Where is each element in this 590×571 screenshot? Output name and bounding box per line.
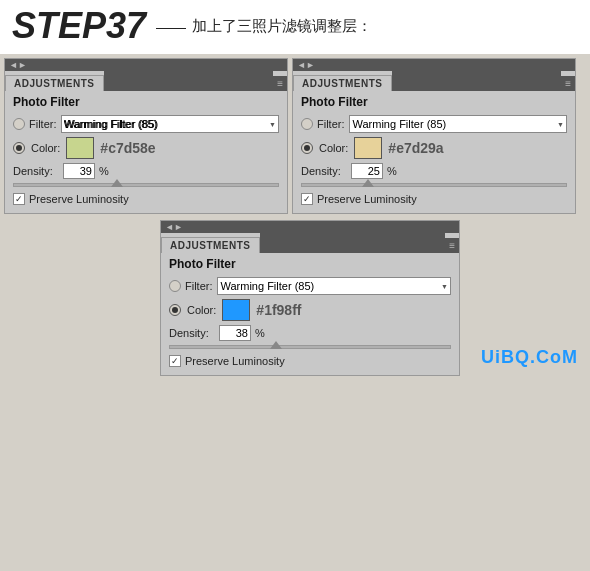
panel-2-filter-row: Filter: Warming Filter (85)	[301, 115, 567, 133]
panel-1-top-bar: ◄►	[5, 59, 287, 71]
panel-1-filter-select-wrapper: Warming Filter (85) Warming Filter (85)	[61, 115, 280, 133]
panel-1-slider-thumb[interactable]	[111, 179, 123, 187]
panel-2-slider-track[interactable]	[301, 183, 567, 187]
panel-2-menu-icon[interactable]: ≡	[561, 76, 575, 91]
bottom-panel: ◄► ADJUSTMENTS ≡ Photo Filter Filter: Wa…	[160, 220, 460, 376]
panel-1-filter-row: Filter: Warming Filter (85) Warming Filt…	[13, 115, 279, 133]
bottom-panel-color-radio[interactable]	[169, 304, 181, 316]
panel-2-preserve-row: ✓ Preserve Luminosity	[301, 193, 567, 205]
bottom-panel-slider-track[interactable]	[169, 345, 451, 349]
bottom-panel-preserve-row: ✓ Preserve Luminosity	[169, 355, 451, 367]
panel-1-slider-track[interactable]	[13, 183, 279, 187]
bottom-panel-percent: %	[255, 327, 265, 339]
panel-1-color-hex: #c7d58e	[100, 140, 155, 156]
panel-1-filter-label: Filter:	[29, 118, 57, 130]
bottom-panel-filter-radio[interactable]	[169, 280, 181, 292]
bottom-panel-density-row: Density: 38 %	[169, 325, 451, 341]
panel-2-preserve-checkbox[interactable]: ✓	[301, 193, 313, 205]
panel-2-density-label: Density:	[301, 165, 347, 177]
panels-row: ◄► ADJUSTMENTS ≡ Photo Filter Filter: Wa…	[0, 54, 590, 214]
panel-2-filter-select-wrapper: Warming Filter (85)	[349, 115, 568, 133]
step-number: STEP37	[12, 8, 146, 44]
bottom-panel-slider-row	[169, 343, 451, 353]
panel-2-top-bar: ◄►	[293, 59, 575, 71]
panel-2-percent: %	[387, 165, 397, 177]
bottom-panel-title: Photo Filter	[161, 253, 459, 273]
panel-1-filter-select[interactable]: Warming Filter (85)	[61, 115, 280, 133]
collapse-icon-1[interactable]: ◄►	[9, 60, 27, 70]
bottom-panel-preserve-label: Preserve Luminosity	[185, 355, 285, 367]
bottom-panel-density-input[interactable]: 38	[219, 325, 251, 341]
panel-1-slider-row	[13, 181, 279, 191]
panel-2-filter-select[interactable]	[349, 115, 568, 133]
panel-2-color-row: Color: #e7d29a	[301, 137, 567, 159]
panel-2-color-radio[interactable]	[301, 142, 313, 154]
panel-1: ◄► ADJUSTMENTS ≡ Photo Filter Filter: Wa…	[4, 58, 288, 214]
bottom-panel-density-label: Density:	[169, 327, 215, 339]
panel-1-color-row: Color: #c7d58e	[13, 137, 279, 159]
bottom-panel-filter-select[interactable]	[217, 277, 452, 295]
panel-2-density-row: Density: 25 %	[301, 163, 567, 179]
panel-1-color-swatch[interactable]	[66, 137, 94, 159]
bottom-panel-menu-icon[interactable]: ≡	[445, 238, 459, 253]
bottom-panel-tab[interactable]: ADJUSTMENTS	[161, 237, 260, 253]
collapse-icon-2[interactable]: ◄►	[297, 60, 315, 70]
bottom-panel-slider-thumb[interactable]	[270, 341, 282, 349]
panel-2-filter-radio[interactable]	[301, 118, 313, 130]
panel-1-menu-icon[interactable]: ≡	[273, 76, 287, 91]
panel-1-color-label: Color:	[31, 142, 60, 154]
panel-2-slider-row	[301, 181, 567, 191]
collapse-icon-bottom[interactable]: ◄►	[165, 222, 183, 232]
panel-1-color-radio[interactable]	[13, 142, 25, 154]
watermark: UiBQ.CoM	[481, 347, 578, 368]
bottom-panel-top-bar: ◄►	[161, 221, 459, 233]
panel-1-density-input[interactable]: 39	[63, 163, 95, 179]
panel-2-preserve-label: Preserve Luminosity	[317, 193, 417, 205]
panel-2-filter-label: Filter:	[317, 118, 345, 130]
panel-1-percent: %	[99, 165, 109, 177]
panel-2-color-label: Color:	[319, 142, 348, 154]
bottom-panel-filter-label: Filter:	[185, 280, 213, 292]
panel-1-filter-radio[interactable]	[13, 118, 25, 130]
panel-2-color-swatch[interactable]	[354, 137, 382, 159]
bottom-panel-container: ◄► ADJUSTMENTS ≡ Photo Filter Filter: Wa…	[0, 220, 590, 376]
bottom-panel-filter-row: Filter: Warming Filter (85)	[169, 277, 451, 295]
panel-1-density-row: Density: 39 %	[13, 163, 279, 179]
panel-2-color-hex: #e7d29a	[388, 140, 443, 156]
bottom-panel-color-swatch[interactable]	[222, 299, 250, 321]
panel-2-density-input[interactable]: 25	[351, 163, 383, 179]
step-text-desc: 加上了三照片滤镜调整层：	[192, 17, 372, 36]
panel-1-tab[interactable]: ADJUSTMENTS	[5, 75, 104, 91]
panel-1-preserve-checkbox[interactable]: ✓	[13, 193, 25, 205]
panel-2-slider-thumb[interactable]	[362, 179, 374, 187]
panel-1-title: Photo Filter	[5, 91, 287, 111]
panel-2-title: Photo Filter	[293, 91, 575, 111]
bottom-panel-preserve-checkbox[interactable]: ✓	[169, 355, 181, 367]
bottom-panel-color-hex: #1f98ff	[256, 302, 301, 318]
bottom-panel-body: Filter: Warming Filter (85) Color: #1f98…	[161, 273, 459, 375]
panel-1-preserve-label: Preserve Luminosity	[29, 193, 129, 205]
bottom-panel-color-label: Color:	[187, 304, 216, 316]
panel-1-body: Filter: Warming Filter (85) Warming Filt…	[5, 111, 287, 213]
bottom-panel-filter-select-wrapper: Warming Filter (85)	[217, 277, 452, 295]
bottom-panel-color-row: Color: #1f98ff	[169, 299, 451, 321]
panel-1-preserve-row: ✓ Preserve Luminosity	[13, 193, 279, 205]
panel-2-body: Filter: Warming Filter (85) Color: #e7d2…	[293, 111, 575, 213]
step-description: —— 加上了三照片滤镜调整层：	[156, 17, 372, 36]
panel-2-tab[interactable]: ADJUSTMENTS	[293, 75, 392, 91]
panel-2: ◄► ADJUSTMENTS ≡ Photo Filter Filter: Wa…	[292, 58, 576, 214]
step-dash: ——	[156, 18, 186, 35]
panel-1-density-label: Density:	[13, 165, 59, 177]
header-area: STEP37 —— 加上了三照片滤镜调整层：	[0, 0, 590, 54]
